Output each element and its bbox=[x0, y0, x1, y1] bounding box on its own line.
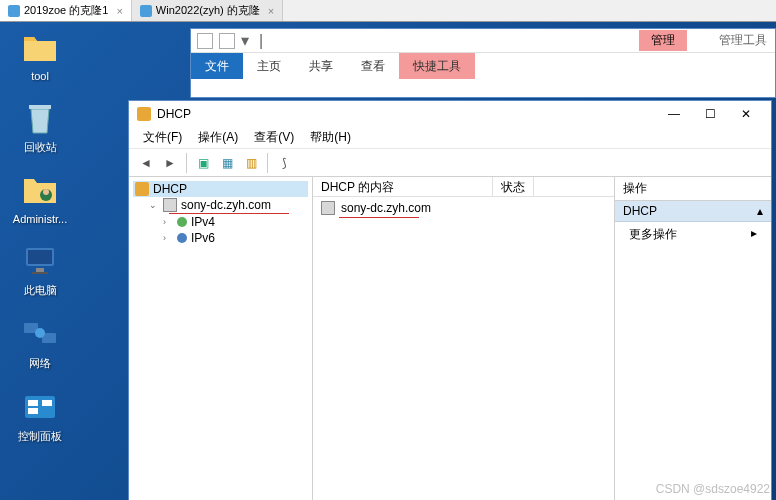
toolbar: ◄ ► ▣ ▦ ▥ ⟆ bbox=[129, 149, 771, 177]
vm-tab-label: 2019zoe 的克隆1 bbox=[24, 3, 108, 18]
column-headers: DHCP 的内容 状态 bbox=[313, 177, 614, 197]
desktop-icon-pc[interactable]: 此电脑 bbox=[8, 243, 72, 298]
chevron-right-icon: ▸ bbox=[751, 226, 757, 243]
qat-icon[interactable] bbox=[219, 33, 235, 49]
control-panel-icon bbox=[22, 389, 58, 425]
close-button[interactable]: ✕ bbox=[729, 103, 763, 125]
divider: | bbox=[259, 32, 263, 50]
svg-point-2 bbox=[43, 189, 49, 195]
desktop[interactable]: tool 回收站 Administr... 此电脑 网络 控制面板 ▾ | bbox=[0, 22, 776, 500]
vm-tab-active[interactable]: 2019zoe 的克隆1 × bbox=[0, 0, 132, 21]
collapse-icon[interactable]: ▴ bbox=[757, 204, 763, 218]
back-button[interactable]: ◄ bbox=[135, 152, 157, 174]
tab-share[interactable]: 共享 bbox=[295, 53, 347, 79]
menu-help[interactable]: 帮助(H) bbox=[304, 127, 357, 148]
dhcp-icon bbox=[137, 107, 151, 121]
actions-section[interactable]: DHCP ▴ bbox=[615, 201, 771, 222]
annotation-line bbox=[339, 217, 419, 218]
tab-file[interactable]: 文件 bbox=[191, 53, 243, 79]
action-more[interactable]: 更多操作 ▸ bbox=[615, 222, 771, 247]
up-button[interactable]: ▣ bbox=[192, 152, 214, 174]
menu-file[interactable]: 文件(F) bbox=[137, 127, 188, 148]
tree-label: sony-dc.zyh.com bbox=[181, 198, 271, 212]
dhcp-icon bbox=[135, 182, 149, 196]
tree-ipv6[interactable]: › IPv6 bbox=[161, 230, 308, 246]
vm-icon bbox=[8, 5, 20, 17]
menu-view[interactable]: 查看(V) bbox=[248, 127, 300, 148]
titlebar[interactable]: DHCP ― ☐ ✕ bbox=[129, 101, 771, 127]
ribbon-context-manage[interactable]: 管理 bbox=[639, 30, 687, 51]
svg-rect-12 bbox=[42, 400, 52, 406]
computer-icon bbox=[22, 243, 58, 279]
content-pane[interactable]: DHCP 的内容 状态 sony-dc.zyh.com bbox=[313, 177, 615, 500]
column-header-content[interactable]: DHCP 的内容 bbox=[313, 177, 493, 196]
quick-access-toolbar: ▾ | 管理 管理工具 bbox=[191, 29, 775, 53]
ribbon-tabs: 文件 主页 共享 查看 快捷工具 bbox=[191, 53, 775, 79]
properties-button[interactable]: ▦ bbox=[216, 152, 238, 174]
svg-rect-5 bbox=[36, 268, 44, 272]
separator bbox=[267, 153, 268, 173]
svg-point-9 bbox=[35, 328, 45, 338]
action-label: 更多操作 bbox=[629, 226, 677, 243]
maximize-button[interactable]: ☐ bbox=[693, 103, 727, 125]
svg-rect-10 bbox=[25, 396, 55, 418]
forward-button[interactable]: ► bbox=[159, 152, 181, 174]
minimize-button[interactable]: ― bbox=[657, 103, 691, 125]
refresh-button[interactable]: ⟆ bbox=[273, 152, 295, 174]
server-icon bbox=[321, 201, 335, 215]
tree-ipv4[interactable]: › IPv4 bbox=[161, 214, 308, 230]
user-folder-icon bbox=[22, 173, 58, 209]
icon-label: 网络 bbox=[29, 356, 51, 371]
close-icon[interactable]: × bbox=[116, 5, 122, 17]
vm-icon bbox=[140, 5, 152, 17]
list-item[interactable]: sony-dc.zyh.com bbox=[315, 199, 612, 217]
svg-rect-4 bbox=[28, 250, 52, 264]
tree-pane[interactable]: DHCP ⌄ sony-dc.zyh.com › IPv4 bbox=[129, 177, 313, 500]
expand-icon[interactable]: › bbox=[163, 217, 173, 227]
actions-pane: 操作 DHCP ▴ 更多操作 ▸ bbox=[615, 177, 771, 500]
export-button[interactable]: ▥ bbox=[240, 152, 262, 174]
collapse-icon[interactable]: ⌄ bbox=[149, 200, 159, 210]
window-title: DHCP bbox=[157, 107, 657, 121]
tree-label: DHCP bbox=[153, 182, 187, 196]
close-icon[interactable]: × bbox=[268, 5, 274, 17]
item-name: sony-dc.zyh.com bbox=[341, 201, 431, 215]
svg-rect-0 bbox=[29, 105, 51, 109]
chevron-down-icon[interactable]: ▾ bbox=[241, 31, 249, 50]
network-icon bbox=[22, 316, 58, 352]
tab-quicktools[interactable]: 快捷工具 bbox=[399, 53, 475, 79]
desktop-icon-recycle[interactable]: 回收站 bbox=[8, 100, 72, 155]
tree-server[interactable]: ⌄ sony-dc.zyh.com bbox=[147, 197, 308, 213]
vm-tab-bar: 2019zoe 的克隆1 × Win2022(zyh) 的克隆 × bbox=[0, 0, 776, 22]
expand-icon[interactable]: › bbox=[163, 233, 173, 243]
icon-label: 回收站 bbox=[24, 140, 57, 155]
ipv6-icon bbox=[177, 233, 187, 243]
folder-icon bbox=[22, 30, 58, 66]
desktop-icon-tool[interactable]: tool bbox=[8, 30, 72, 82]
actions-header: 操作 bbox=[615, 177, 771, 201]
dhcp-mmc-window: DHCP ― ☐ ✕ 文件(F) 操作(A) 查看(V) 帮助(H) ◄ ► ▣… bbox=[128, 100, 772, 500]
menu-action[interactable]: 操作(A) bbox=[192, 127, 244, 148]
icon-label: 此电脑 bbox=[24, 283, 57, 298]
tab-view[interactable]: 查看 bbox=[347, 53, 399, 79]
server-icon bbox=[163, 198, 177, 212]
tree-root-dhcp[interactable]: DHCP bbox=[133, 181, 308, 197]
explorer-window[interactable]: ▾ | 管理 管理工具 文件 主页 共享 查看 快捷工具 bbox=[190, 28, 776, 98]
content-body: sony-dc.zyh.com bbox=[313, 197, 614, 500]
tree-label: IPv4 bbox=[191, 215, 215, 229]
icon-label: 控制面板 bbox=[18, 429, 62, 444]
column-header-status[interactable]: 状态 bbox=[493, 177, 534, 196]
svg-rect-11 bbox=[28, 400, 38, 406]
desktop-icon-network[interactable]: 网络 bbox=[8, 316, 72, 371]
mmc-body: DHCP ⌄ sony-dc.zyh.com › IPv4 bbox=[129, 177, 771, 500]
tab-home[interactable]: 主页 bbox=[243, 53, 295, 79]
vm-tab-label: Win2022(zyh) 的克隆 bbox=[156, 3, 260, 18]
vm-tab-inactive[interactable]: Win2022(zyh) 的克隆 × bbox=[132, 0, 283, 21]
ipv4-icon bbox=[177, 217, 187, 227]
icon-label: tool bbox=[31, 70, 49, 82]
qat-icon[interactable] bbox=[197, 33, 213, 49]
desktop-icon-control[interactable]: 控制面板 bbox=[8, 389, 72, 444]
svg-rect-6 bbox=[32, 272, 48, 274]
watermark: CSDN @sdszoe4922 bbox=[656, 482, 770, 496]
desktop-icon-admin[interactable]: Administr... bbox=[8, 173, 72, 225]
